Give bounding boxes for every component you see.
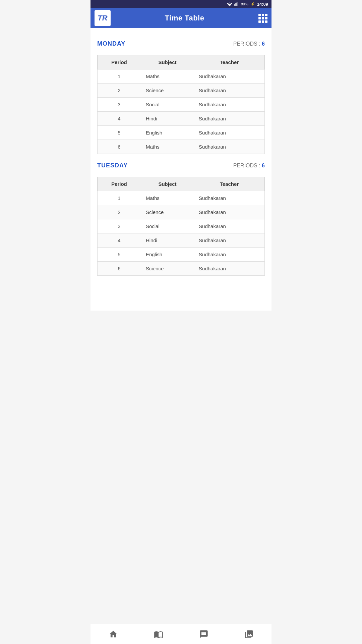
table-row: 4HindiSudhakaran (98, 112, 265, 126)
subject-cell: Science (141, 205, 194, 219)
subject-cell: Maths (141, 191, 194, 205)
subject-cell: Hindi (141, 112, 194, 126)
battery-text: 80% (241, 2, 248, 6)
period-cell: 2 (98, 205, 141, 219)
table-row: 4HindiSudhakaran (98, 233, 265, 248)
col-header-period: Period (98, 177, 141, 191)
timetable-monday: PeriodSubjectTeacher1MathsSudhakaran2Sci… (97, 55, 265, 154)
period-cell: 3 (98, 98, 141, 112)
col-header-teacher: Teacher (194, 177, 265, 191)
subject-cell: Maths (141, 140, 194, 154)
day-header-monday: MONDAYPERIODS : 6 (97, 40, 265, 47)
period-cell: 5 (98, 126, 141, 140)
svg-rect-2 (236, 3, 237, 6)
table-row: 2ScienceSudhakaran (98, 205, 265, 219)
col-header-teacher: Teacher (194, 55, 265, 69)
teacher-cell: Sudhakaran (194, 262, 265, 276)
signal-icon (234, 2, 239, 6)
periods-text: PERIODS : (233, 163, 262, 168)
col-header-subject: Subject (141, 55, 194, 69)
col-header-period: Period (98, 55, 141, 69)
period-cell: 1 (98, 191, 141, 205)
subject-cell: English (141, 248, 194, 262)
period-cell: 3 (98, 219, 141, 233)
table-row: 1MathsSudhakaran (98, 191, 265, 205)
period-cell: 1 (98, 69, 141, 84)
teacher-cell: Sudhakaran (194, 233, 265, 248)
table-row: 2ScienceSudhakaran (98, 84, 265, 98)
table-row: 3SocialSudhakaran (98, 98, 265, 112)
periods-count: 6 (262, 163, 265, 168)
menu-button[interactable] (258, 14, 267, 23)
app-title: Time Table (165, 14, 204, 22)
table-row: 6MathsSudhakaran (98, 140, 265, 154)
day-name-tuesday: TUESDAY (97, 162, 128, 169)
period-cell: 4 (98, 112, 141, 126)
timetable-tuesday: PeriodSubjectTeacher1MathsSudhakaran2Sci… (97, 177, 265, 276)
status-bar: 80% ⚡ 14:09 (90, 0, 272, 8)
subject-cell: English (141, 126, 194, 140)
app-logo: TR (95, 10, 111, 26)
app-bar: TR Time Table (90, 8, 272, 28)
teacher-cell: Sudhakaran (194, 191, 265, 205)
table-row: 3SocialSudhakaran (98, 219, 265, 233)
periods-text: PERIODS : (233, 41, 262, 47)
day-divider (97, 172, 265, 172)
day-header-tuesday: TUESDAYPERIODS : 6 (97, 162, 265, 169)
period-cell: 6 (98, 140, 141, 154)
table-row: 6ScienceSudhakaran (98, 262, 265, 276)
col-header-subject: Subject (141, 177, 194, 191)
teacher-cell: Sudhakaran (194, 126, 265, 140)
subject-cell: Hindi (141, 233, 194, 248)
periods-count: 6 (262, 41, 265, 47)
teacher-cell: Sudhakaran (194, 248, 265, 262)
period-cell: 2 (98, 84, 141, 98)
period-cell: 6 (98, 262, 141, 276)
period-cell: 4 (98, 233, 141, 248)
subject-cell: Maths (141, 69, 194, 84)
subject-cell: Social (141, 98, 194, 112)
teacher-cell: Sudhakaran (194, 219, 265, 233)
table-row: 5EnglishSudhakaran (98, 126, 265, 140)
period-cell: 5 (98, 248, 141, 262)
main-content: MONDAYPERIODS : 6PeriodSubjectTeacher1Ma… (90, 28, 272, 311)
table-row: 5EnglishSudhakaran (98, 248, 265, 262)
teacher-cell: Sudhakaran (194, 98, 265, 112)
periods-label-tuesday: PERIODS : 6 (233, 163, 265, 169)
teacher-cell: Sudhakaran (194, 205, 265, 219)
svg-rect-3 (237, 2, 238, 6)
teacher-cell: Sudhakaran (194, 140, 265, 154)
day-name-monday: MONDAY (97, 40, 125, 47)
wifi-icon (227, 2, 232, 6)
teacher-cell: Sudhakaran (194, 112, 265, 126)
time-display: 14:09 (257, 2, 268, 7)
table-row: 1MathsSudhakaran (98, 69, 265, 84)
periods-label-monday: PERIODS : 6 (233, 41, 265, 47)
teacher-cell: Sudhakaran (194, 84, 265, 98)
svg-rect-1 (235, 3, 236, 6)
teacher-cell: Sudhakaran (194, 69, 265, 84)
subject-cell: Science (141, 262, 194, 276)
svg-rect-0 (234, 4, 235, 6)
subject-cell: Social (141, 219, 194, 233)
battery-icon: ⚡ (250, 2, 255, 6)
day-divider (97, 50, 265, 50)
subject-cell: Science (141, 84, 194, 98)
